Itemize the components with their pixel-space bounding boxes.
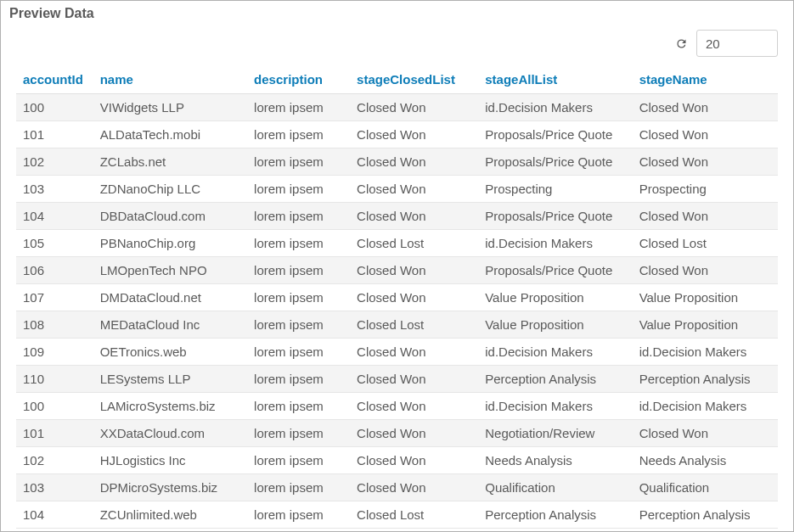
table-row[interactable]: 110LESystems LLPlorem ipsemClosed WonPer…	[16, 366, 778, 393]
cell-stageClosedList: Closed Lost	[350, 501, 478, 529]
cell-description: lorem ipsem	[247, 203, 350, 230]
cell-description: lorem ipsem	[247, 420, 350, 447]
table-row[interactable]: 106LMOpenTech NPOlorem ipsemClosed WonPr…	[16, 257, 778, 284]
cell-accountId: 103	[16, 176, 93, 203]
cell-stageAllList: Perception Analysis	[478, 501, 632, 529]
cell-description: lorem ipsem	[247, 148, 350, 176]
table-row[interactable]: 109OETronics.weblorem ipsemClosed Wonid.…	[16, 339, 778, 366]
cell-name: ZDNanoChip LLC	[93, 176, 247, 203]
col-header-stageAllList[interactable]: stageAllList	[478, 65, 632, 94]
cell-name: DPMicroSystems.biz	[93, 474, 247, 501]
cell-name: VIWidgets LLP	[93, 94, 247, 121]
cell-stageName: Closed Won	[633, 148, 778, 176]
cell-name: DMDataCloud.net	[93, 284, 247, 311]
cell-stageAllList: Value Proposition	[478, 284, 632, 311]
cell-stageAllList: Proposals/Price Quote	[478, 148, 632, 176]
toolbar	[1, 25, 793, 65]
col-header-stageName[interactable]: stageName	[633, 65, 778, 94]
cell-stageClosedList: Closed Won	[350, 420, 478, 447]
cell-description: lorem ipsem	[247, 284, 350, 311]
cell-accountId: 101	[16, 121, 93, 148]
cell-stageName: Value Proposition	[633, 311, 778, 339]
cell-description: lorem ipsem	[247, 393, 350, 420]
refresh-icon[interactable]	[674, 36, 688, 50]
cell-name: LAMicroSystems.biz	[93, 393, 247, 420]
table-row[interactable]: 100VIWidgets LLPlorem ipsemClosed Wonid.…	[16, 94, 778, 121]
cell-name: ZCLabs.net	[93, 148, 247, 176]
table-row[interactable]: 107DMDataCloud.netlorem ipsemClosed WonV…	[16, 284, 778, 311]
table-row[interactable]: 102HJLogistics Inclorem ipsemClosed WonN…	[16, 447, 778, 474]
col-header-description[interactable]: description	[247, 65, 350, 94]
cell-accountId: 100	[16, 94, 93, 121]
table-row[interactable]: 104DBDataCloud.comlorem ipsemClosed WonP…	[16, 203, 778, 230]
cell-stageName: Prospecting	[633, 176, 778, 203]
cell-name: LMOpenTech NPO	[93, 257, 247, 284]
table-row[interactable]: 103DPMicroSystems.bizlorem ipsemClosed W…	[16, 474, 778, 501]
table-row[interactable]: 100LAMicroSystems.bizlorem ipsemClosed W…	[16, 393, 778, 420]
table-row[interactable]: 108MEDataCloud Inclorem ipsemClosed Lost…	[16, 311, 778, 339]
cell-accountId: 104	[16, 501, 93, 529]
cell-stageClosedList: Closed Won	[350, 366, 478, 393]
cell-name: HJLogistics Inc	[93, 447, 247, 474]
cell-stageName: id.Decision Makers	[633, 339, 778, 366]
table-row[interactable]: 105PBNanoChip.orglorem ipsemClosed Losti…	[16, 230, 778, 257]
cell-stageName: id.Decision Makers	[633, 393, 778, 420]
cell-description: lorem ipsem	[247, 176, 350, 203]
cell-accountId: 102	[16, 447, 93, 474]
cell-stageAllList: Needs Analysis	[478, 447, 632, 474]
row-count-input[interactable]	[696, 30, 778, 57]
table-row[interactable]: 103ZDNanoChip LLClorem ipsemClosed WonPr…	[16, 176, 778, 203]
cell-accountId: 100	[16, 393, 93, 420]
cell-stageName: Closed Won	[633, 420, 778, 447]
table-row[interactable]: 102ZCLabs.netlorem ipsemClosed WonPropos…	[16, 148, 778, 176]
cell-stageName: Needs Analysis	[633, 447, 778, 474]
cell-description: lorem ipsem	[247, 447, 350, 474]
cell-name: DBDataCloud.com	[93, 203, 247, 230]
cell-stageName: Closed Won	[633, 94, 778, 121]
cell-accountId: 107	[16, 284, 93, 311]
col-header-accountId[interactable]: accountId	[16, 65, 93, 94]
cell-stageName: Closed Won	[633, 121, 778, 148]
cell-stageAllList: Proposals/Price Quote	[478, 257, 632, 284]
cell-accountId: 104	[16, 203, 93, 230]
cell-description: lorem ipsem	[247, 339, 350, 366]
cell-stageAllList: Value Proposition	[478, 311, 632, 339]
cell-description: lorem ipsem	[247, 94, 350, 121]
cell-description: lorem ipsem	[247, 474, 350, 501]
cell-stageName: Value Proposition	[633, 284, 778, 311]
cell-stageAllList: id.Decision Makers	[478, 94, 632, 121]
cell-description: lorem ipsem	[247, 230, 350, 257]
cell-accountId: 106	[16, 257, 93, 284]
table-row[interactable]: 104ZCUnlimited.weblorem ipsemClosed Lost…	[16, 501, 778, 529]
table-row[interactable]: 101ALDataTech.mobilorem ipsemClosed WonP…	[16, 121, 778, 148]
preview-table: accountId name description stageClosedLi…	[16, 65, 778, 529]
cell-stageClosedList: Closed Won	[350, 447, 478, 474]
cell-stageName: Perception Analysis	[633, 501, 778, 529]
cell-name: MEDataCloud Inc	[93, 311, 247, 339]
cell-name: XXDataCloud.com	[93, 420, 247, 447]
cell-stageAllList: Proposals/Price Quote	[478, 121, 632, 148]
table-wrap: accountId name description stageClosedLi…	[1, 65, 793, 531]
cell-description: lorem ipsem	[247, 366, 350, 393]
cell-stageClosedList: Closed Won	[350, 257, 478, 284]
cell-accountId: 110	[16, 366, 93, 393]
col-header-stageClosedList[interactable]: stageClosedList	[350, 65, 478, 94]
cell-stageClosedList: Closed Won	[350, 474, 478, 501]
col-header-name[interactable]: name	[93, 65, 247, 94]
cell-name: OETronics.web	[93, 339, 247, 366]
table-row[interactable]: 101XXDataCloud.comlorem ipsemClosed WonN…	[16, 420, 778, 447]
cell-accountId: 105	[16, 230, 93, 257]
cell-stageClosedList: Closed Won	[350, 284, 478, 311]
cell-stageClosedList: Closed Won	[350, 121, 478, 148]
cell-accountId: 102	[16, 148, 93, 176]
cell-accountId: 103	[16, 474, 93, 501]
cell-stageAllList: Negotiation/Review	[478, 420, 632, 447]
cell-stageClosedList: Closed Won	[350, 176, 478, 203]
cell-stageAllList: id.Decision Makers	[478, 230, 632, 257]
cell-stageClosedList: Closed Won	[350, 393, 478, 420]
cell-stageAllList: id.Decision Makers	[478, 393, 632, 420]
cell-description: lorem ipsem	[247, 501, 350, 529]
cell-stageAllList: Proposals/Price Quote	[478, 203, 632, 230]
cell-stageClosedList: Closed Lost	[350, 230, 478, 257]
cell-name: LESystems LLP	[93, 366, 247, 393]
